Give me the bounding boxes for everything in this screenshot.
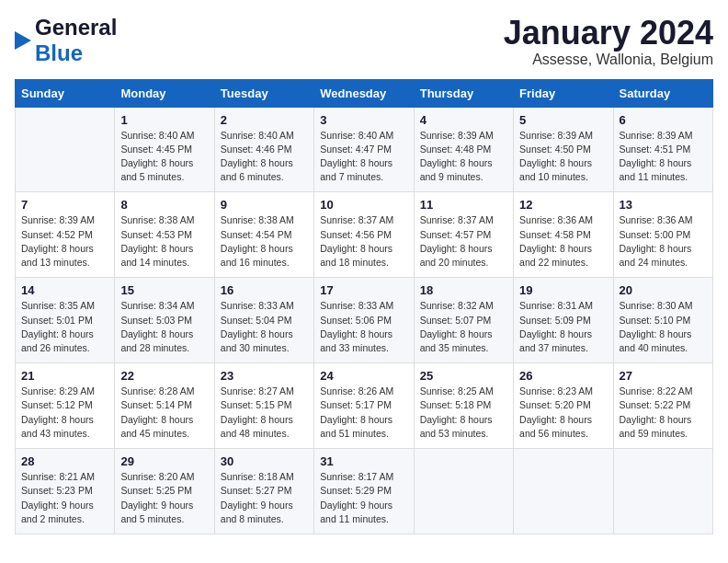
calendar-cell: 9Sunrise: 8:38 AMSunset: 4:54 PMDaylight…	[214, 192, 313, 278]
day-number: 15	[120, 283, 208, 297]
day-info: Sunrise: 8:30 AMSunset: 5:10 PMDaylight:…	[620, 299, 707, 355]
calendar-cell: 30Sunrise: 8:18 AMSunset: 5:27 PMDayligh…	[214, 449, 313, 534]
weekday-header-thursday: Thursday	[414, 79, 513, 107]
day-info: Sunrise: 8:40 AMSunset: 4:47 PMDaylight:…	[320, 129, 407, 185]
title-block: January 2024 Assesse, Wallonia, Belgium	[504, 15, 713, 68]
day-info: Sunrise: 8:28 AMSunset: 5:14 PMDaylight:…	[120, 385, 208, 441]
day-info: Sunrise: 8:32 AMSunset: 5:07 PMDaylight:…	[420, 299, 507, 355]
day-info: Sunrise: 8:37 AMSunset: 4:57 PMDaylight:…	[420, 213, 507, 270]
calendar-cell: 21Sunrise: 8:29 AMSunset: 5:12 PMDayligh…	[16, 363, 115, 449]
day-info: Sunrise: 8:29 AMSunset: 5:12 PMDaylight:…	[21, 385, 108, 441]
calendar-cell: 23Sunrise: 8:27 AMSunset: 5:15 PMDayligh…	[214, 363, 313, 449]
day-number: 14	[21, 283, 108, 297]
calendar-cell: 4Sunrise: 8:39 AMSunset: 4:48 PMDaylight…	[414, 107, 513, 192]
day-number: 11	[420, 198, 507, 212]
calendar-week-row: 1Sunrise: 8:40 AMSunset: 4:45 PMDaylight…	[16, 107, 713, 192]
calendar-cell: 20Sunrise: 8:30 AMSunset: 5:10 PMDayligh…	[613, 278, 712, 363]
calendar-cell	[613, 449, 712, 534]
day-number: 18	[420, 283, 507, 297]
day-info: Sunrise: 8:21 AMSunset: 5:23 PMDaylight:…	[21, 470, 108, 526]
day-info: Sunrise: 8:35 AMSunset: 5:01 PMDaylight:…	[21, 299, 108, 355]
calendar-cell: 11Sunrise: 8:37 AMSunset: 4:57 PMDayligh…	[414, 192, 513, 278]
day-number: 24	[320, 369, 407, 383]
day-number: 3	[320, 113, 407, 127]
calendar-cell: 5Sunrise: 8:39 AMSunset: 4:50 PMDaylight…	[514, 107, 613, 192]
day-number: 28	[21, 454, 108, 468]
day-number: 6	[620, 113, 707, 127]
calendar-cell: 27Sunrise: 8:22 AMSunset: 5:22 PMDayligh…	[613, 363, 712, 449]
calendar-cell: 1Sunrise: 8:40 AMSunset: 4:45 PMDaylight…	[115, 107, 214, 192]
calendar-week-row: 7Sunrise: 8:39 AMSunset: 4:52 PMDaylight…	[16, 192, 713, 278]
calendar-cell: 14Sunrise: 8:35 AMSunset: 5:01 PMDayligh…	[16, 278, 115, 363]
calendar-cell: 17Sunrise: 8:33 AMSunset: 5:06 PMDayligh…	[314, 278, 414, 363]
calendar-week-row: 14Sunrise: 8:35 AMSunset: 5:01 PMDayligh…	[16, 278, 713, 363]
day-number: 26	[519, 369, 607, 383]
day-number: 12	[519, 198, 607, 212]
calendar-week-row: 21Sunrise: 8:29 AMSunset: 5:12 PMDayligh…	[16, 363, 713, 449]
calendar-cell: 13Sunrise: 8:36 AMSunset: 5:00 PMDayligh…	[613, 192, 712, 278]
calendar-cell: 8Sunrise: 8:38 AMSunset: 4:53 PMDaylight…	[115, 192, 214, 278]
calendar-week-row: 28Sunrise: 8:21 AMSunset: 5:23 PMDayligh…	[16, 449, 713, 534]
calendar-cell: 16Sunrise: 8:33 AMSunset: 5:04 PMDayligh…	[214, 278, 313, 363]
day-number: 4	[420, 113, 507, 127]
day-info: Sunrise: 8:33 AMSunset: 5:04 PMDaylight:…	[221, 299, 308, 355]
day-number: 7	[21, 198, 108, 212]
calendar-cell: 3Sunrise: 8:40 AMSunset: 4:47 PMDaylight…	[314, 107, 414, 192]
weekday-header-sunday: Sunday	[16, 79, 115, 107]
calendar-table: SundayMondayTuesdayWednesdayThursdayFrid…	[15, 79, 713, 534]
day-info: Sunrise: 8:36 AMSunset: 5:00 PMDaylight:…	[620, 213, 707, 270]
month-title: January 2024	[504, 15, 713, 52]
day-info: Sunrise: 8:37 AMSunset: 4:56 PMDaylight:…	[320, 213, 407, 270]
day-info: Sunrise: 8:40 AMSunset: 4:46 PMDaylight:…	[221, 129, 308, 185]
logo-arrow-icon	[15, 31, 31, 50]
day-info: Sunrise: 8:27 AMSunset: 5:15 PMDaylight:…	[221, 385, 308, 441]
calendar-cell	[414, 449, 513, 534]
day-info: Sunrise: 8:34 AMSunset: 5:03 PMDaylight:…	[120, 299, 208, 355]
weekday-header-tuesday: Tuesday	[214, 79, 313, 107]
day-info: Sunrise: 8:25 AMSunset: 5:18 PMDaylight:…	[420, 385, 507, 441]
day-number: 20	[620, 283, 707, 297]
day-info: Sunrise: 8:39 AMSunset: 4:51 PMDaylight:…	[620, 129, 707, 185]
weekday-header-saturday: Saturday	[613, 79, 712, 107]
day-number: 21	[21, 369, 108, 383]
day-info: Sunrise: 8:17 AMSunset: 5:29 PMDaylight:…	[320, 470, 407, 526]
calendar-cell: 18Sunrise: 8:32 AMSunset: 5:07 PMDayligh…	[414, 278, 513, 363]
day-number: 29	[120, 454, 208, 468]
day-number: 25	[420, 369, 507, 383]
weekday-header-monday: Monday	[115, 79, 214, 107]
calendar-cell: 22Sunrise: 8:28 AMSunset: 5:14 PMDayligh…	[115, 363, 214, 449]
calendar-cell: 12Sunrise: 8:36 AMSunset: 4:58 PMDayligh…	[514, 192, 613, 278]
day-info: Sunrise: 8:39 AMSunset: 4:48 PMDaylight:…	[420, 129, 507, 185]
day-info: Sunrise: 8:38 AMSunset: 4:54 PMDaylight:…	[221, 213, 308, 270]
day-info: Sunrise: 8:40 AMSunset: 4:45 PMDaylight:…	[120, 129, 208, 185]
day-info: Sunrise: 8:18 AMSunset: 5:27 PMDaylight:…	[221, 470, 308, 526]
day-number: 30	[221, 454, 308, 468]
page-header: General Blue January 2024 Assesse, Wallo…	[15, 15, 713, 68]
day-info: Sunrise: 8:39 AMSunset: 4:52 PMDaylight:…	[21, 213, 108, 270]
logo-text: General Blue	[35, 15, 117, 66]
calendar-cell: 19Sunrise: 8:31 AMSunset: 5:09 PMDayligh…	[514, 278, 613, 363]
day-number: 10	[320, 198, 407, 212]
day-info: Sunrise: 8:22 AMSunset: 5:22 PMDaylight:…	[620, 385, 707, 441]
calendar-cell: 25Sunrise: 8:25 AMSunset: 5:18 PMDayligh…	[414, 363, 513, 449]
day-number: 23	[221, 369, 308, 383]
location-subtitle: Assesse, Wallonia, Belgium	[504, 52, 713, 68]
day-number: 8	[120, 198, 208, 212]
logo: General Blue	[15, 15, 117, 66]
calendar-cell: 28Sunrise: 8:21 AMSunset: 5:23 PMDayligh…	[16, 449, 115, 534]
day-info: Sunrise: 8:39 AMSunset: 4:50 PMDaylight:…	[519, 129, 607, 185]
calendar-cell	[514, 449, 613, 534]
calendar-cell	[16, 107, 115, 192]
calendar-header-row: SundayMondayTuesdayWednesdayThursdayFrid…	[16, 79, 713, 107]
day-info: Sunrise: 8:26 AMSunset: 5:17 PMDaylight:…	[320, 385, 407, 441]
day-number: 13	[620, 198, 707, 212]
calendar-cell: 7Sunrise: 8:39 AMSunset: 4:52 PMDaylight…	[16, 192, 115, 278]
calendar-cell: 31Sunrise: 8:17 AMSunset: 5:29 PMDayligh…	[314, 449, 414, 534]
weekday-header-friday: Friday	[514, 79, 613, 107]
calendar-cell: 6Sunrise: 8:39 AMSunset: 4:51 PMDaylight…	[613, 107, 712, 192]
day-info: Sunrise: 8:33 AMSunset: 5:06 PMDaylight:…	[320, 299, 407, 355]
calendar-cell: 24Sunrise: 8:26 AMSunset: 5:17 PMDayligh…	[314, 363, 414, 449]
day-number: 5	[519, 113, 607, 127]
day-number: 22	[120, 369, 208, 383]
calendar-cell: 15Sunrise: 8:34 AMSunset: 5:03 PMDayligh…	[115, 278, 214, 363]
